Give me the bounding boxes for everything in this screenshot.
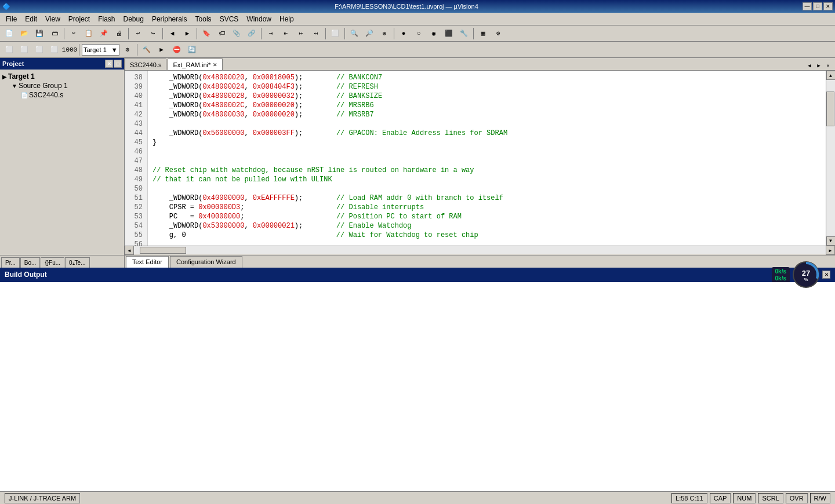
tb2-btn5[interactable]: 1000 [63, 43, 77, 56]
tab-s3c2440[interactable]: S3C2440.s [125, 59, 166, 70]
menu-window[interactable]: Window [243, 14, 275, 24]
tb-indent2[interactable]: ↦ [294, 27, 308, 40]
proj-tab-fu[interactable]: {}Fu... [41, 257, 64, 268]
tb-bookmark4[interactable]: 🔗 [245, 27, 259, 40]
build-output-header: Build Output 0k/s 0k/s 27 % [0, 268, 835, 282]
tb-magnify[interactable]: ⊕ [377, 27, 391, 40]
vertical-scrollbar[interactable]: ▲ ▼ [826, 71, 835, 246]
code-editor[interactable]: _WDWORD(0x48000020, 0x00018005); // BANK… [148, 71, 826, 246]
tb-bookmark1[interactable]: 🔖 [199, 27, 213, 40]
proj-tab-te[interactable]: 0₄Te... [65, 257, 89, 268]
proj-tab-bo[interactable]: Bo... [20, 257, 41, 268]
tb-nav-fwd[interactable]: ▶ [180, 27, 194, 40]
tab-close-all[interactable]: ✕ [823, 61, 833, 70]
tb2-build3[interactable]: ⛔ [170, 43, 184, 56]
ln-48: 48 [125, 166, 145, 175]
menu-view[interactable]: View [42, 14, 64, 24]
menu-help[interactable]: Help [276, 14, 297, 24]
tb-new[interactable]: 📄 [2, 27, 16, 40]
scroll-thumb[interactable] [826, 92, 834, 126]
tb-search2[interactable]: 🔎 [362, 27, 376, 40]
tab-scroll-right[interactable]: ▶ [814, 61, 823, 70]
tree-root-label[interactable]: Target 1 [8, 72, 35, 81]
tb-bookmark3[interactable]: 📎 [230, 27, 244, 40]
menu-debug[interactable]: Debug [120, 14, 147, 24]
project-panel-close-btn[interactable]: ✕ [105, 60, 113, 68]
tb-settings[interactable]: ⚙ [491, 27, 505, 40]
ln-45: 45 [125, 138, 145, 147]
tb-outdent2[interactable]: ↤ [309, 27, 323, 40]
menu-svcs[interactable]: SVCS [216, 14, 242, 24]
tb-save-all[interactable]: 🗃 [48, 27, 61, 40]
scroll-down-arrow[interactable]: ▼ [826, 236, 836, 246]
tab-ext-ram[interactable]: Ext_RAM.ini* ✕ [168, 59, 223, 70]
tb2-btn2[interactable]: ⬜ [17, 43, 31, 56]
tree-file: 📄 S3C2440.s [2, 90, 122, 100]
tab-config-wizard[interactable]: Configuration Wizard [170, 256, 242, 268]
tb-terminal[interactable]: ⬜ [328, 27, 342, 40]
tb-redo[interactable]: ↪ [146, 27, 160, 40]
tree-group-label[interactable]: Source Group 1 [19, 82, 68, 90]
menu-peripherals[interactable]: Peripherals [148, 14, 191, 24]
proj-tab-pr[interactable]: Pr... [1, 257, 20, 268]
tb-view-drop[interactable]: ▦ [476, 27, 490, 40]
ln-41: 41 [125, 101, 145, 110]
tb-outdent[interactable]: ⇤ [279, 27, 293, 40]
horizontal-scrollbar[interactable]: ◀ ▶ [125, 246, 835, 255]
tb-paste[interactable]: 📌 [97, 27, 111, 40]
project-header-buttons: ✕ □ [105, 60, 122, 68]
tb-debug3[interactable]: ◉ [427, 27, 441, 40]
maximize-button[interactable]: □ [813, 2, 822, 10]
project-title: Project [2, 60, 24, 67]
minimize-button[interactable]: — [803, 2, 812, 10]
menu-file[interactable]: File [2, 14, 20, 24]
tree-file-label[interactable]: S3C2440.s [29, 91, 63, 99]
tb-debug1[interactable]: ● [397, 27, 411, 40]
tb-sep2 [128, 28, 129, 39]
h-scroll-left[interactable]: ◀ [125, 246, 134, 255]
status-scrl: SCRL [758, 493, 783, 503]
tb-print[interactable]: 🖨 [112, 27, 126, 40]
menu-project[interactable]: Project [65, 14, 93, 24]
tab-text-editor[interactable]: Text Editor [126, 256, 169, 268]
tb-indent[interactable]: ⇥ [264, 27, 278, 40]
menu-edit[interactable]: Edit [21, 14, 41, 24]
tb-undo[interactable]: ↩ [131, 27, 145, 40]
menu-tools[interactable]: Tools [192, 14, 215, 24]
toolbar-2: ⬜ ⬜ ⬜ ⬜ 1000 Target 1 ▼ ⚙ 🔨 ▶ ⛔ 🔄 [0, 42, 835, 58]
menu-flash[interactable]: Flash [95, 14, 118, 24]
tb2-target-settings[interactable]: ⚙ [121, 43, 135, 56]
tb2-build2[interactable]: ▶ [155, 43, 169, 56]
tb-debug5[interactable]: 🔧 [457, 27, 471, 40]
scroll-up-arrow[interactable]: ▲ [826, 71, 836, 80]
tb-bookmark2[interactable]: 🏷 [215, 27, 228, 40]
h-scroll-track[interactable] [134, 246, 826, 254]
tb2-btn1[interactable]: ⬜ [2, 43, 16, 56]
tb-open[interactable]: 📂 [17, 27, 31, 40]
tb-search[interactable]: 🔍 [347, 27, 361, 40]
h-scroll-thumb[interactable] [140, 247, 186, 254]
tab-ext-ram-close[interactable]: ✕ [213, 62, 217, 68]
code-line-55: g, 0 // Wait for Watchdog to reset chip [153, 231, 478, 239]
scroll-track[interactable] [826, 80, 835, 236]
ln-51: 51 [125, 193, 145, 203]
tb2-build4[interactable]: 🔄 [185, 43, 199, 56]
tb2-btn3[interactable]: ⬜ [32, 43, 46, 56]
tb-save[interactable]: 💾 [32, 27, 46, 40]
ln-50: 50 [125, 184, 145, 193]
status-jlink: J-LINK / J-TRACE ARM [5, 493, 80, 503]
tb-copy[interactable]: 📋 [82, 27, 96, 40]
tb2-btn4[interactable]: ⬜ [48, 43, 61, 56]
tab-scroll-left[interactable]: ◀ [805, 61, 814, 70]
tb-debug4[interactable]: ⬛ [442, 27, 456, 40]
tb-debug2[interactable]: ○ [412, 27, 426, 40]
h-scroll-right[interactable]: ▶ [826, 246, 835, 255]
tb2-build1[interactable]: 🔨 [140, 43, 154, 56]
close-button[interactable]: ✕ [823, 2, 833, 10]
target-dropdown[interactable]: Target 1 ▼ [82, 44, 119, 56]
project-panel-float-btn[interactable]: □ [114, 60, 122, 68]
tb-cut[interactable]: ✂ [67, 27, 81, 40]
build-output-close[interactable]: ✕ [822, 271, 830, 279]
tb-nav-back[interactable]: ◀ [165, 27, 179, 40]
code-line-39: _WDWORD(0x48000024, 0x008404F3); // REFR… [153, 83, 378, 91]
